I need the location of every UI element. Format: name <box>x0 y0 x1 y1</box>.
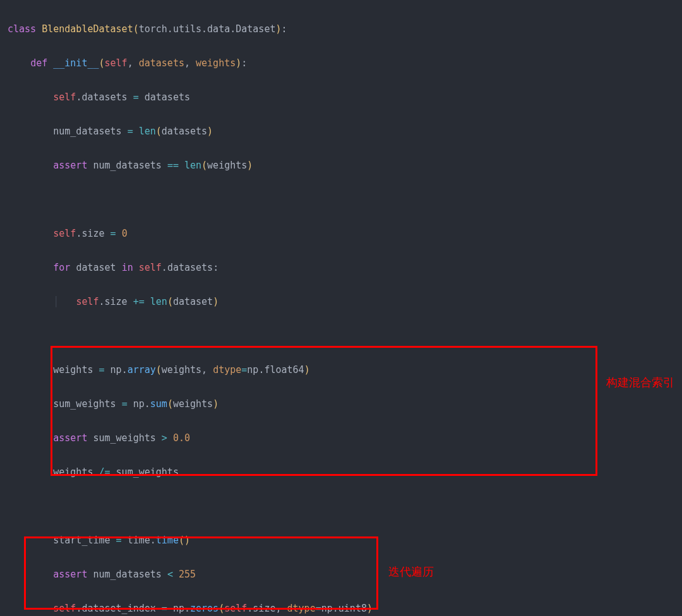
annotation-2: 迭代遍历 <box>388 562 434 582</box>
code-line: self.datasets = datasets <box>8 89 674 106</box>
code-line: self.dataset_index = np.zeros(self.size,… <box>8 600 674 616</box>
code-line: weights = np.array(weights, dtype=np.flo… <box>8 362 674 379</box>
code-editor: class BlendableDataset(torch.utils.data.… <box>0 0 682 616</box>
code-line: assert num_datasets < 255 <box>8 566 674 583</box>
code-line: sum_weights = np.sum(weights) <box>8 396 674 413</box>
code-line: weights /= sum_weights <box>8 464 674 481</box>
code-line: assert sum_weights > 0.0 <box>8 430 674 447</box>
code-line: │ self.size += len(dataset) <box>8 293 674 311</box>
code-line: def __init__(self, datasets, weights): <box>8 55 674 72</box>
code-line: class BlendableDataset(torch.utils.data.… <box>8 21 674 38</box>
code-line <box>8 191 674 208</box>
annotation-1: 构建混合索引 <box>606 372 674 393</box>
code-line: num_datasets = len(datasets) <box>8 123 674 140</box>
code-line: for dataset in self.datasets: <box>8 259 674 276</box>
code-line: start_time = time.time() <box>8 532 674 549</box>
code-line: assert num_datasets == len(weights) <box>8 157 674 174</box>
code-line <box>8 498 674 515</box>
code-line: self.size = 0 <box>8 225 674 242</box>
code-line <box>8 328 674 345</box>
